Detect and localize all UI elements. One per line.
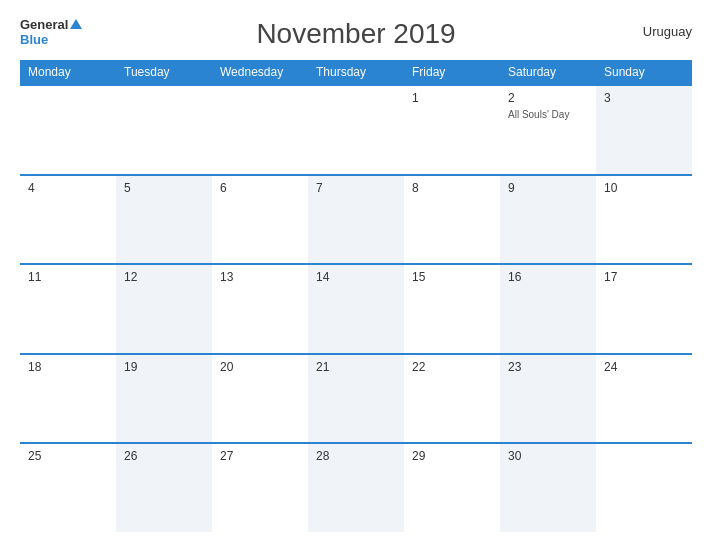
calendar-cell: 9 <box>500 176 596 264</box>
day-number: 5 <box>124 181 204 195</box>
weekday-header-thursday: Thursday <box>308 60 404 84</box>
day-number: 29 <box>412 449 492 463</box>
day-number: 11 <box>28 270 108 284</box>
calendar-cell <box>212 86 308 174</box>
day-number: 30 <box>508 449 588 463</box>
day-number: 21 <box>316 360 396 374</box>
day-number: 19 <box>124 360 204 374</box>
calendar-cell: 22 <box>404 355 500 443</box>
calendar-cell: 13 <box>212 265 308 353</box>
day-number: 13 <box>220 270 300 284</box>
calendar-cell: 8 <box>404 176 500 264</box>
calendar-cell: 12 <box>116 265 212 353</box>
weekday-header-friday: Friday <box>404 60 500 84</box>
day-number: 1 <box>412 91 492 105</box>
day-number: 7 <box>316 181 396 195</box>
calendar-cell: 6 <box>212 176 308 264</box>
calendar-cell: 23 <box>500 355 596 443</box>
day-number: 28 <box>316 449 396 463</box>
calendar-page: General Blue November 2019 Uruguay Monda… <box>0 0 712 550</box>
calendar-cell: 21 <box>308 355 404 443</box>
calendar-cell: 28 <box>308 444 404 532</box>
calendar-cell: 24 <box>596 355 692 443</box>
day-number: 4 <box>28 181 108 195</box>
calendar-cell: 17 <box>596 265 692 353</box>
calendar-header: General Blue November 2019 Uruguay <box>20 18 692 50</box>
calendar-week-5: 252627282930 <box>20 442 692 532</box>
logo-general-text: General <box>20 18 68 31</box>
calendar-cell: 16 <box>500 265 596 353</box>
calendar-cell: 26 <box>116 444 212 532</box>
calendar-week-3: 11121314151617 <box>20 263 692 353</box>
day-number: 23 <box>508 360 588 374</box>
day-number: 27 <box>220 449 300 463</box>
calendar-cell: 19 <box>116 355 212 443</box>
day-number: 8 <box>412 181 492 195</box>
day-number: 25 <box>28 449 108 463</box>
calendar-cell: 29 <box>404 444 500 532</box>
logo: General Blue <box>20 18 82 47</box>
calendar-cell: 27 <box>212 444 308 532</box>
day-number: 15 <box>412 270 492 284</box>
logo-triangle-icon <box>70 19 82 29</box>
calendar-cell <box>116 86 212 174</box>
country-label: Uruguay <box>643 24 692 39</box>
day-number: 3 <box>604 91 684 105</box>
day-number: 24 <box>604 360 684 374</box>
calendar-cell: 2All Souls' Day <box>500 86 596 174</box>
day-number: 22 <box>412 360 492 374</box>
weekday-header-tuesday: Tuesday <box>116 60 212 84</box>
calendar-cell: 25 <box>20 444 116 532</box>
day-number: 26 <box>124 449 204 463</box>
calendar-cell: 20 <box>212 355 308 443</box>
calendar-body: 12All Souls' Day345678910111213141516171… <box>20 84 692 532</box>
day-number: 10 <box>604 181 684 195</box>
calendar-cell: 18 <box>20 355 116 443</box>
calendar-week-2: 45678910 <box>20 174 692 264</box>
calendar-weekday-header: MondayTuesdayWednesdayThursdayFridaySatu… <box>20 60 692 84</box>
calendar-cell: 11 <box>20 265 116 353</box>
day-number: 9 <box>508 181 588 195</box>
calendar-cell <box>596 444 692 532</box>
day-number: 16 <box>508 270 588 284</box>
calendar-cell: 5 <box>116 176 212 264</box>
weekday-header-saturday: Saturday <box>500 60 596 84</box>
day-number: 2 <box>508 91 588 105</box>
day-number: 17 <box>604 270 684 284</box>
calendar-cell: 14 <box>308 265 404 353</box>
weekday-header-monday: Monday <box>20 60 116 84</box>
calendar-cell <box>20 86 116 174</box>
calendar-cell: 3 <box>596 86 692 174</box>
logo-blue-text: Blue <box>20 32 48 47</box>
calendar-cell: 15 <box>404 265 500 353</box>
day-number: 18 <box>28 360 108 374</box>
calendar-event: All Souls' Day <box>508 109 588 120</box>
day-number: 12 <box>124 270 204 284</box>
calendar: MondayTuesdayWednesdayThursdayFridaySatu… <box>20 60 692 532</box>
weekday-header-sunday: Sunday <box>596 60 692 84</box>
calendar-cell: 10 <box>596 176 692 264</box>
day-number: 6 <box>220 181 300 195</box>
day-number: 20 <box>220 360 300 374</box>
calendar-cell: 7 <box>308 176 404 264</box>
calendar-cell: 4 <box>20 176 116 264</box>
calendar-cell: 1 <box>404 86 500 174</box>
calendar-cell: 30 <box>500 444 596 532</box>
month-title: November 2019 <box>256 18 455 50</box>
calendar-cell <box>308 86 404 174</box>
weekday-header-wednesday: Wednesday <box>212 60 308 84</box>
day-number: 14 <box>316 270 396 284</box>
calendar-week-1: 12All Souls' Day3 <box>20 84 692 174</box>
calendar-week-4: 18192021222324 <box>20 353 692 443</box>
